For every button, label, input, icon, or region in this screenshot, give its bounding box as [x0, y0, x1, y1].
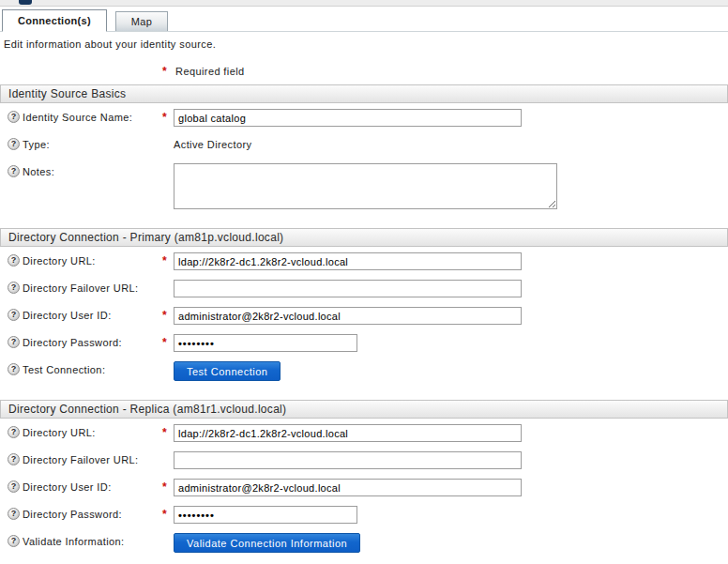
- primary-failover-url-input[interactable]: [174, 280, 522, 297]
- row-test-connection: ? Test Connection: Test Connection: [0, 361, 728, 381]
- section-header: Directory Connection - Replica (am81r1.v…: [0, 400, 728, 419]
- primary-user-id-input[interactable]: [174, 307, 522, 325]
- row-replica-password: ? Directory Password: *: [0, 506, 728, 524]
- field-label: Directory User ID:: [23, 479, 162, 493]
- help-icon[interactable]: ?: [8, 480, 20, 493]
- test-connection-button[interactable]: Test Connection: [174, 361, 281, 381]
- tab-map[interactable]: Map: [115, 11, 168, 31]
- field-label: Type:: [23, 136, 162, 150]
- required-field-note: *Required field: [162, 65, 728, 78]
- required-asterisk: *: [162, 109, 174, 124]
- primary-directory-url-input[interactable]: [174, 252, 522, 270]
- row-primary-password: ? Directory Password: *: [0, 334, 728, 352]
- help-icon[interactable]: ?: [8, 426, 20, 438]
- primary-password-input[interactable]: [174, 334, 357, 352]
- help-icon[interactable]: ?: [8, 309, 20, 321]
- help-icon[interactable]: ?: [8, 138, 20, 150]
- validate-connection-information-button[interactable]: Validate Connection Information: [174, 533, 360, 553]
- row-notes: ? Notes:: [0, 163, 728, 209]
- notes-textarea[interactable]: [174, 163, 557, 209]
- field-label: Directory Failover URL:: [23, 280, 162, 294]
- required-asterisk: *: [162, 65, 167, 78]
- intro-text: Edit information about your identity sou…: [4, 38, 728, 50]
- section-directory-connection-replica: Directory Connection - Replica (am81r1.v…: [0, 400, 728, 553]
- tab-bar: Connection(s) Map: [0, 9, 728, 32]
- field-label: Notes:: [23, 163, 162, 177]
- row-identity-source-name: ? Identity Source Name: *: [0, 109, 728, 127]
- identity-source-name-input[interactable]: [174, 109, 522, 127]
- section-header: Identity Source Basics: [0, 84, 728, 103]
- field-label: Directory Password:: [23, 334, 162, 348]
- help-icon[interactable]: ?: [8, 111, 20, 123]
- help-icon[interactable]: ?: [8, 282, 20, 294]
- field-label: Validate Information:: [23, 533, 162, 547]
- help-icon[interactable]: ?: [8, 254, 20, 267]
- app-icon: [19, 0, 32, 5]
- section-directory-connection-primary: Directory Connection - Primary (am81p.vc…: [0, 228, 728, 381]
- help-icon[interactable]: ?: [8, 535, 20, 547]
- help-icon[interactable]: ?: [8, 336, 20, 348]
- replica-password-input[interactable]: [174, 506, 357, 524]
- replica-directory-url-input[interactable]: [174, 424, 522, 442]
- row-replica-directory-url: ? Directory URL: *: [0, 424, 728, 442]
- field-label: Directory URL:: [23, 424, 162, 438]
- row-replica-user-id: ? Directory User ID: *: [0, 479, 728, 496]
- type-value: Active Directory: [174, 136, 728, 150]
- field-label: Identity Source Name:: [23, 109, 162, 123]
- row-primary-directory-url: ? Directory URL: *: [0, 252, 728, 270]
- row-primary-user-id: ? Directory User ID: *: [0, 307, 728, 325]
- help-icon[interactable]: ?: [8, 453, 20, 465]
- field-label: Directory URL:: [23, 252, 162, 267]
- row-primary-failover-url: ? Directory Failover URL:: [0, 280, 728, 297]
- section-identity-source-basics: Identity Source Basics ? Identity Source…: [0, 84, 728, 209]
- field-label: Directory Failover URL:: [23, 451, 162, 465]
- section-rows: ? Directory URL: * ? Directory Failover …: [0, 247, 728, 381]
- section-rows: ? Directory URL: * ? Directory Failover …: [0, 419, 728, 553]
- row-type: ? Type: Active Directory: [0, 136, 728, 154]
- row-validate-information: ? Validate Information: Validate Connect…: [0, 533, 728, 553]
- field-label: Directory Password:: [23, 506, 162, 520]
- help-icon[interactable]: ?: [8, 165, 20, 177]
- top-toolbar-remnant: [0, 0, 728, 7]
- field-label: Directory User ID:: [23, 307, 162, 321]
- required-asterisk: *: [162, 252, 174, 267]
- replica-user-id-input[interactable]: [174, 479, 522, 496]
- section-rows: ? Identity Source Name: * ? Type: Active…: [0, 103, 728, 209]
- section-header: Directory Connection - Primary (am81p.vc…: [0, 228, 728, 247]
- required-asterisk: *: [162, 334, 174, 349]
- required-asterisk: *: [162, 479, 174, 494]
- help-icon[interactable]: ?: [8, 363, 20, 375]
- required-asterisk: *: [162, 424, 174, 439]
- row-replica-failover-url: ? Directory Failover URL:: [0, 451, 728, 469]
- replica-failover-url-input[interactable]: [174, 451, 522, 469]
- help-icon[interactable]: ?: [8, 508, 20, 520]
- field-label: Test Connection:: [23, 361, 162, 375]
- required-note-label: Required field: [175, 66, 244, 77]
- required-asterisk: *: [162, 506, 174, 521]
- required-asterisk: *: [162, 307, 174, 322]
- tab-connections[interactable]: Connection(s): [2, 9, 107, 32]
